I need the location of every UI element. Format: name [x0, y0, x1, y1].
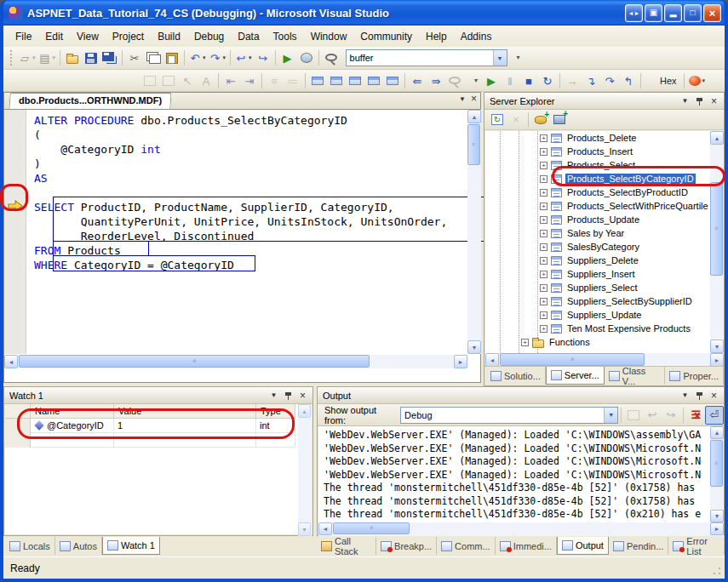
close-panel-icon[interactable]: × [296, 389, 309, 402]
code-area[interactable]: ALTER PROCEDURE dbo.Products_SelectByCat… [27, 110, 467, 354]
show-results-pane-button[interactable] [364, 71, 383, 90]
window-position-icon[interactable]: ▼ [679, 94, 691, 107]
server-explorer-tree[interactable]: +Products_Delete+Products_Insert+Product… [485, 131, 710, 353]
start-debugging-button[interactable]: ▶ [278, 48, 297, 67]
expand-icon[interactable]: + [540, 298, 547, 305]
watch-cell[interactable] [114, 433, 256, 448]
tree-item-suppliers-update[interactable]: +Suppliers_Update [485, 308, 710, 322]
combo-arrow-icon[interactable]: ▼ [493, 50, 507, 66]
output-header[interactable]: Output ▼ × [318, 387, 724, 404]
breakpoint-gutter[interactable] [4, 110, 26, 354]
output-text[interactable]: 'WebDev.WebServer.EXE' (Managed): Loaded… [318, 426, 710, 522]
scroll-left-icon[interactable]: ◄ [485, 353, 499, 367]
menu-community[interactable]: Community [353, 28, 419, 45]
web-browser-button[interactable] [297, 48, 316, 67]
expand-icon[interactable]: + [540, 311, 547, 319]
undo-button[interactable]: ↶▾ [187, 48, 208, 67]
tree-item-label[interactable]: Suppliers_Insert [565, 269, 637, 279]
scroll-right-icon[interactable]: ► [710, 522, 724, 535]
tree-item-label[interactable]: Functions [547, 337, 592, 347]
expand-icon[interactable]: + [540, 230, 547, 237]
show-next-statement-button[interactable]: → [563, 71, 582, 90]
menu-file[interactable]: File [9, 28, 38, 45]
expand-icon[interactable]: + [540, 216, 547, 224]
tab-call-stack[interactable]: Call Stack [317, 537, 376, 555]
close-panel-icon[interactable]: × [708, 94, 720, 107]
scroll-down-icon[interactable]: ▼ [298, 522, 311, 536]
close-document-icon[interactable]: × [471, 95, 477, 103]
undock-button[interactable]: ▣ [645, 4, 662, 22]
toolbar-options-icon[interactable]: ▾ [513, 54, 525, 61]
scroll-down-icon[interactable]: ▼ [710, 340, 724, 353]
tab-immedi-[interactable]: Immedi... [496, 537, 557, 555]
increase-indent-button[interactable]: ⇥ [240, 71, 259, 90]
tree-item-products-selectbycategoryid[interactable]: +Products_SelectByCategoryID [485, 172, 710, 185]
restart-button[interactable]: ↻ [538, 71, 557, 90]
sort-ascending-button[interactable]: A [197, 71, 215, 90]
step-into-button[interactable]: ↴ [582, 71, 600, 90]
menu-addins[interactable]: Addins [454, 28, 499, 45]
tree-item-label[interactable]: Sales by Year [565, 228, 626, 238]
show-criteria-pane-button[interactable] [327, 71, 346, 90]
document-list-icon[interactable]: ▼ [459, 95, 466, 103]
tab-watch-1[interactable]: Watch 1 [102, 537, 160, 555]
tab-solutio-[interactable]: Solutio... [486, 367, 546, 385]
pause-button[interactable]: ‖ [501, 71, 519, 90]
toggle-word-wrap-button[interactable]: ⏎ [705, 406, 724, 425]
title-bar[interactable]: ASPNET_Data_Tutorial_74_CS (Debugging) -… [3, 0, 725, 26]
dropdown-arrow-icon[interactable]: ▾ [223, 54, 226, 61]
navigate-backward-button[interactable]: ↩▾ [233, 48, 254, 67]
connect-to-server-button[interactable] [550, 111, 569, 129]
tree-item-products-update[interactable]: +Products_Update [485, 213, 710, 226]
watch-column-header-name[interactable]: Name [31, 404, 114, 419]
select-tool-button[interactable]: ↖ [178, 71, 197, 90]
expand-icon[interactable]: + [540, 325, 547, 333]
tree-hscrollbar[interactable]: ◄ ≡ ► [485, 353, 724, 367]
tab-server-[interactable]: Server... [546, 367, 605, 385]
import-rows-button[interactable]: ⇚ [408, 71, 427, 90]
watch-column-header-value[interactable]: Value [114, 404, 256, 419]
auto-hide-pin-icon[interactable] [693, 389, 706, 402]
cut-button[interactable]: ✂ [125, 48, 144, 67]
tree-item-products-select[interactable]: +Products_Select [485, 158, 710, 172]
tree-item-products-insert[interactable]: +Products_Insert [485, 145, 710, 158]
tab-error-list[interactable]: Error List [668, 537, 725, 555]
tab-comm-[interactable]: Comm... [437, 537, 496, 555]
tree-item-products-selectwithpricequartile[interactable]: +Products_SelectWithPriceQuartile [485, 199, 710, 213]
tree-item-suppliers-selectbysupplierid[interactable]: +Suppliers_SelectBySupplierID [485, 294, 710, 308]
tree-item-label[interactable]: Products_SelectByProductID [565, 187, 690, 197]
tree-item-ten-most-expensive-products[interactable]: +Ten Most Expensive Products [485, 322, 710, 335]
scroll-down-icon[interactable]: ▼ [467, 340, 481, 354]
expand-icon[interactable]: + [540, 189, 547, 197]
watch-cell[interactable] [256, 433, 295, 448]
add-item-button[interactable]: ▤▾ [37, 48, 58, 67]
dropdown-arrow-icon[interactable]: ▾ [249, 54, 252, 61]
design-query-button[interactable] [159, 71, 178, 90]
tree-item-label[interactable]: Products_Select [565, 160, 637, 170]
scroll-left-icon[interactable]: ◄ [318, 522, 332, 535]
menu-view[interactable]: View [70, 28, 106, 45]
decrease-indent-button[interactable]: ⇤ [221, 71, 240, 90]
expand-icon[interactable]: + [540, 257, 547, 265]
scroll-up-icon[interactable]: ▲ [710, 131, 724, 145]
tree-item-sales-by-year[interactable]: +Sales by Year [485, 226, 710, 240]
output-hscrollbar[interactable]: ◄ ≡ ► [318, 522, 724, 536]
menu-window[interactable]: Window [304, 28, 354, 45]
expand-icon[interactable]: + [540, 271, 547, 278]
close-panel-icon[interactable]: × [708, 389, 720, 402]
menu-project[interactable]: Project [106, 28, 151, 45]
server-explorer-header[interactable]: Server Explorer ▼ × [484, 93, 724, 110]
dropdown-arrow-icon[interactable]: ▾ [702, 77, 706, 84]
menu-debug[interactable]: Debug [187, 28, 231, 45]
tree-item-label[interactable]: Products_Update [565, 214, 641, 225]
goto-next-message-button[interactable]: ↪ [662, 406, 680, 425]
tree-item-suppliers-insert[interactable]: +Suppliers_Insert [485, 267, 710, 281]
tree-item-label[interactable]: Ten Most Expensive Products [565, 323, 692, 334]
output-source-combo[interactable]: Debug ▼ [400, 407, 618, 424]
expand-icon[interactable]: + [540, 243, 547, 251]
expand-icon[interactable]: + [540, 203, 547, 210]
navigate-forward-button[interactable]: ↪ [254, 48, 272, 67]
watch-grid[interactable]: NameValueType@CategoryID1int [5, 404, 312, 534]
connect-to-database-button[interactable] [531, 111, 550, 129]
step-out-button[interactable]: ↰ [619, 71, 638, 90]
